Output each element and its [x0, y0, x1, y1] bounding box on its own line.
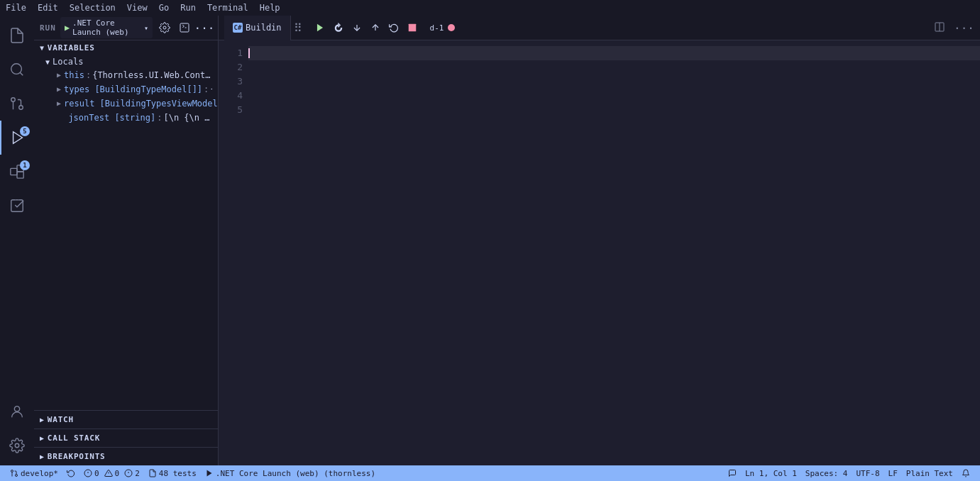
- expand-icon: ▶: [57, 83, 61, 96]
- activity-run-debug[interactable]: 5: [0, 121, 34, 155]
- status-language[interactable]: Plain Text: [902, 465, 957, 481]
- locals-label: Locals: [53, 57, 83, 67]
- svg-rect-18: [408, 24, 416, 32]
- step-into-button[interactable]: [349, 20, 365, 35]
- activity-testing[interactable]: [0, 189, 34, 223]
- watch-header[interactable]: ▶ WATCH: [34, 411, 218, 429]
- callstack-label: CALL STACK: [48, 433, 100, 443]
- sidebar: RUN ▶ .NET Core Launch (web) ▾ ···: [34, 16, 219, 465]
- var-this-value: {Thornless.UI.Web.Controllers.BuildingNa…: [92, 69, 212, 82]
- watch-chevron: ▶: [40, 416, 45, 424]
- line-number-5: 5: [219, 103, 243, 117]
- var-types-name: types [BuildingTypeModel[]]: [64, 83, 202, 96]
- variables-chevron: ▼: [40, 44, 45, 52]
- editor-content[interactable]: 1 2 3 4 5: [219, 40, 980, 465]
- run-config-name: .NET Core Launch (web): [72, 18, 138, 37]
- locals-chevron: ▼: [45, 58, 50, 66]
- activity-extensions[interactable]: 1: [0, 155, 34, 189]
- code-editor[interactable]: [248, 40, 980, 465]
- svg-point-12: [163, 26, 166, 29]
- menu-go[interactable]: Go: [159, 3, 169, 13]
- debug-session-label: d-1: [430, 23, 444, 33]
- more-options-button[interactable]: ···: [197, 20, 212, 35]
- activity-search[interactable]: [0, 52, 34, 87]
- info-count: 2: [135, 469, 140, 478]
- menu-terminal[interactable]: Terminal: [207, 3, 248, 13]
- editor-top-bar: C# Buildin ⠿: [219, 16, 980, 40]
- run-debug-badge: 5: [20, 126, 30, 136]
- status-spaces[interactable]: Spaces: 4: [801, 465, 852, 481]
- status-line-ending[interactable]: LF: [884, 465, 902, 481]
- split-editor-button[interactable]: [934, 21, 945, 35]
- status-errors[interactable]: 0 0 2: [79, 465, 144, 481]
- expand-icon: ▶: [57, 97, 61, 110]
- menu-selection[interactable]: Selection: [70, 3, 116, 13]
- run-config-selector[interactable]: ▶ .NET Core Launch (web) ▾: [60, 17, 153, 38]
- file-tab[interactable]: C# Buildin: [224, 16, 291, 40]
- activity-source-control[interactable]: [0, 87, 34, 121]
- status-tests[interactable]: 48 tests: [144, 465, 201, 481]
- menu-run[interactable]: Run: [180, 3, 196, 13]
- activity-explorer[interactable]: [0, 18, 34, 52]
- debug-controls: [308, 20, 424, 35]
- breakpoints-chevron: ▶: [40, 453, 45, 460]
- var-this[interactable]: ▶ this : {Thornless.UI.Web.Controllers.B…: [34, 68, 218, 82]
- line-number-2: 2: [219, 60, 243, 74]
- status-branch[interactable]: develop*: [6, 465, 62, 481]
- status-encoding[interactable]: UTF-8: [852, 465, 883, 481]
- menu-edit[interactable]: Edit: [38, 3, 58, 13]
- callstack-header[interactable]: ▶ CALL STACK: [34, 429, 218, 447]
- status-launch[interactable]: .NET Core Launch (web) (thornless): [201, 465, 380, 481]
- step-over-button[interactable]: [331, 20, 346, 35]
- var-this-name: this: [64, 69, 84, 82]
- drag-handle[interactable]: ⠿: [294, 21, 302, 35]
- var-types-value: {Thornless.Domain.BuildingNames.Mod...: [210, 83, 212, 96]
- activity-bottom: [0, 394, 34, 465]
- activity-settings[interactable]: [0, 429, 34, 463]
- chevron-down-icon: ▾: [144, 24, 148, 32]
- svg-line-1: [20, 72, 23, 75]
- titlebar: File Edit Selection View Go Run Terminal…: [0, 0, 980, 16]
- var-result[interactable]: ▶ result [BuildingTypesViewModel[]] : {T…: [34, 96, 218, 111]
- line-numbers: 1 2 3 4 5: [219, 40, 248, 465]
- var-jsontest[interactable]: jsonTest [string] : [\n {\n \"Code\": \"…: [34, 111, 218, 125]
- status-bar: develop* 0 0 2 48 tests .NET Core Launch: [0, 465, 980, 481]
- gear-config-button[interactable]: [157, 20, 172, 35]
- menu-help[interactable]: Help: [260, 3, 280, 13]
- run-label: RUN: [40, 23, 56, 33]
- stop-button[interactable]: [404, 20, 420, 35]
- extensions-badge: 1: [20, 160, 30, 170]
- line-number-3: 3: [219, 74, 243, 89]
- variables-section-header[interactable]: ▼ VARIABLES: [34, 40, 218, 55]
- var-types[interactable]: ▶ types [BuildingTypeModel[]] : {Thornle…: [34, 82, 218, 96]
- restart-button[interactable]: [386, 20, 402, 35]
- status-ln-col[interactable]: Ln 1, Col 1: [741, 465, 801, 481]
- svg-point-2: [19, 106, 23, 110]
- svg-point-10: [14, 407, 19, 411]
- status-notifications[interactable]: [957, 465, 974, 481]
- menu-view[interactable]: View: [127, 3, 148, 13]
- watch-section: ▶ WATCH: [34, 410, 218, 429]
- continue-button[interactable]: [312, 20, 328, 35]
- menu-file[interactable]: File: [6, 3, 26, 13]
- locals-subsection-header[interactable]: ▼ Locals: [34, 55, 218, 68]
- callstack-section: ▶ CALL STACK: [34, 429, 218, 447]
- breakpoints-label: BREAKPOINTS: [48, 452, 106, 461]
- app-container: 5 1: [0, 16, 980, 465]
- breakpoints-header[interactable]: ▶ BREAKPOINTS: [34, 448, 218, 465]
- activity-accounts[interactable]: [0, 394, 34, 429]
- play-icon: ▶: [65, 23, 70, 33]
- warning-count: 0: [115, 469, 120, 478]
- variables-panel: ▼ VARIABLES ▼ Locals ▶ this : {Thornless…: [34, 40, 218, 410]
- open-terminal-button[interactable]: [177, 20, 192, 35]
- svg-marker-15: [316, 24, 322, 32]
- encoding-text: UTF-8: [856, 469, 879, 478]
- step-out-button[interactable]: [368, 20, 383, 35]
- svg-rect-8: [17, 172, 23, 178]
- more-editor-options[interactable]: ···: [954, 21, 974, 35]
- csharp-icon: C#: [233, 23, 243, 33]
- run-toolbar: RUN ▶ .NET Core Launch (web) ▾ ···: [34, 16, 218, 40]
- status-sync[interactable]: [62, 465, 79, 481]
- status-feedback[interactable]: [724, 465, 741, 481]
- variables-label: VARIABLES: [48, 43, 95, 52]
